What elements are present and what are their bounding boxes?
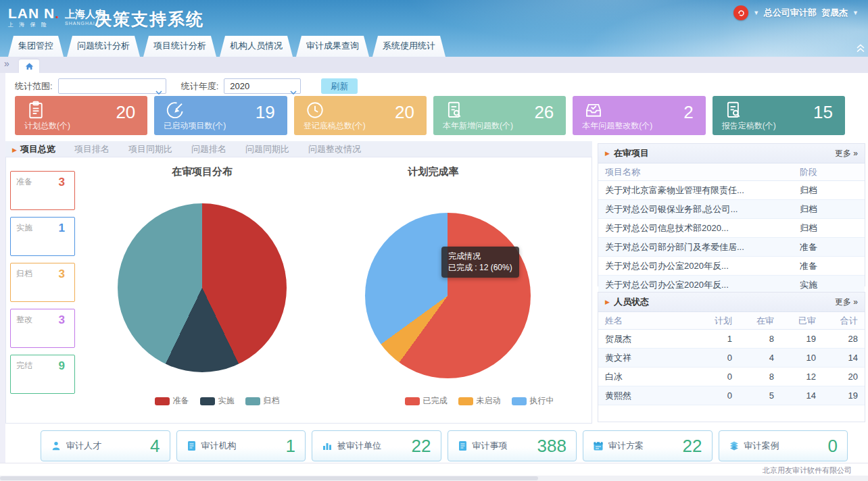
col-header-plan: 计划 — [697, 315, 739, 327]
stage-label: 完结 — [16, 360, 32, 372]
project-row[interactable]: 关于对总公司银保业务部,总公司... 归档 — [598, 200, 865, 219]
footer: 北京用友审计软件有限公司 — [0, 463, 868, 475]
top-header: LAN N. 上 海 保 险 上海人寿 SHANGHAI LIFE 决策支持系统… — [0, 0, 868, 57]
stat-card-value: 20 — [116, 102, 135, 123]
summary-card-audit-cases[interactable]: 审计案例 0 — [719, 430, 848, 461]
subtab-issue-yoy[interactable]: 问题同期比 — [245, 143, 289, 155]
nav-tab-project-stats[interactable]: 项目统计分析 — [143, 36, 216, 57]
stat-card-plan-total[interactable]: 20 计划总数(个) — [15, 96, 147, 135]
col-header-reviewed: 已审 — [781, 315, 823, 327]
personnel-row[interactable]: 黄文祥 0 4 10 14 — [598, 349, 865, 368]
col-header-name: 姓名 — [598, 315, 697, 327]
stat-card-value: 20 — [395, 102, 414, 123]
main-content: 统计范围: 统计年度: 2020 刷新 — [0, 73, 868, 463]
nav-tab-org-personnel[interactable]: 机构人员情况 — [220, 36, 293, 57]
stage-badge: 实施 — [800, 279, 865, 291]
nav-tab-group-control[interactable]: 集团管控 — [8, 36, 64, 57]
summary-card-audit-matters[interactable]: 审计事项 388 — [448, 430, 577, 461]
summary-card-audited-units[interactable]: 被审计单位 22 — [312, 430, 441, 461]
stage-badge: 准备 — [800, 260, 865, 272]
summary-card-value: 4 — [150, 436, 160, 457]
avatar-caret-icon[interactable]: ▼ — [753, 9, 759, 16]
scrollbar-thumb[interactable] — [0, 476, 538, 480]
expand-tabs-icon[interactable]: » — [4, 58, 9, 69]
personnel-table-header: 姓名 计划 在审 已审 合计 — [598, 312, 865, 330]
refresh-button[interactable]: 刷新 — [321, 78, 358, 94]
col-header-in-review: 在审 — [739, 315, 781, 327]
legend-item-archive[interactable]: 归档 — [245, 395, 280, 407]
stat-card-final-reports[interactable]: 15 报告定稿数(个) — [713, 96, 845, 135]
subtab-project-ranking[interactable]: 项目排名 — [74, 143, 110, 155]
project-row[interactable]: 关于对总公司部分部门及孝爱佳居... 准备 — [598, 238, 865, 257]
scope-select[interactable] — [58, 78, 166, 94]
personnel-row[interactable]: 黄熙然 0 5 14 19 — [598, 386, 865, 405]
nav-tab-audit-results[interactable]: 审计成果查询 — [296, 36, 369, 57]
subtab-project-overview[interactable]: ▶项目总览 — [12, 143, 55, 155]
stat-card-label: 报告定稿数(个) — [722, 120, 776, 132]
nav-tab-issue-stats[interactable]: 问题统计分析 — [67, 36, 140, 57]
projects-more-link[interactable]: 更多 » — [835, 148, 858, 159]
summary-card-audit-org[interactable]: 审计机构 1 — [176, 430, 306, 461]
subtab-issue-rectification[interactable]: 问题整改情况 — [308, 143, 361, 155]
legend-item-prepare[interactable]: 准备 — [155, 395, 189, 407]
summary-card-audit-talent[interactable]: 审计人才 4 — [41, 430, 170, 461]
legend-item-completed[interactable]: 已完成 — [405, 395, 448, 407]
horizontal-scrollbar — [0, 476, 868, 481]
summary-card-value: 388 — [537, 436, 566, 457]
legend-swatch — [512, 397, 527, 405]
home-tab[interactable] — [19, 59, 39, 73]
summary-card-label: 被审计单位 — [337, 440, 381, 452]
col-header-project-name: 项目名称 — [598, 166, 800, 178]
year-select[interactable]: 2020 — [224, 78, 301, 94]
legend-item-not-started[interactable]: 未启动 — [458, 395, 501, 407]
stat-card-value: 15 — [813, 102, 833, 123]
refresh-icon — [737, 9, 746, 18]
filter-bar: 统计范围: 统计年度: 2020 刷新 — [15, 78, 358, 94]
legend-item-in-progress[interactable]: 执行中 — [512, 395, 554, 407]
personnel-row[interactable]: 贺晟杰 1 8 19 28 — [598, 330, 865, 349]
stage-badge: 准备 — [800, 241, 865, 253]
summary-card-audit-plans[interactable]: 审计方案 22 — [583, 430, 713, 461]
left-gutter — [0, 73, 5, 463]
col-header-total: 合计 — [823, 315, 865, 327]
pie-plan-completion[interactable] — [365, 213, 531, 378]
summary-card-label: 审计方案 — [608, 440, 644, 452]
stage-badge: 归档 — [800, 184, 865, 197]
project-row[interactable]: 关于对北京富豪物业管理有限责任... 归档 — [598, 181, 865, 200]
collapse-header-button[interactable] — [856, 44, 865, 53]
stage-badge: 归档 — [800, 222, 865, 234]
personnel-row[interactable]: 白冰 0 8 12 20 — [598, 368, 865, 386]
subtab-project-yoy[interactable]: 项目同期比 — [128, 143, 172, 155]
nav-tab-system-usage[interactable]: 系统使用统计 — [372, 36, 445, 57]
file-icon — [187, 440, 197, 451]
legend-item-implement[interactable]: 实施 — [200, 395, 235, 407]
stage-box-archive[interactable]: 归档 3 — [10, 263, 75, 302]
refresh-avatar-icon[interactable] — [733, 5, 748, 20]
stage-box-implement[interactable]: 实施 1 — [10, 217, 75, 256]
clock-icon — [305, 100, 325, 123]
summary-card-value: 1 — [286, 436, 295, 457]
stat-card-new-issues[interactable]: 26 本年新增问题数(个) — [433, 96, 566, 135]
pie-project-distribution[interactable] — [118, 203, 287, 372]
subtab-issue-ranking[interactable]: 问题排名 — [191, 143, 226, 155]
project-row[interactable]: 关于对总公司办公室2020年反... 准备 — [598, 257, 865, 276]
summary-card-value: 0 — [828, 436, 838, 457]
stat-card-registered-drafts[interactable]: 20 登记底稿总数(个) — [294, 96, 427, 135]
footer-company: 北京用友审计软件有限公司 — [763, 465, 852, 476]
stat-card-started-projects[interactable]: 19 已启动项目数(个) — [154, 96, 287, 135]
stage-box-complete[interactable]: 完结 9 — [10, 355, 75, 394]
logo-mark: LAN N. — [8, 6, 59, 21]
user-name[interactable]: 贺晟杰 — [821, 7, 848, 19]
stage-label: 整改 — [16, 314, 32, 326]
user-department[interactable]: 总公司审计部 — [764, 7, 817, 19]
stage-box-prepare[interactable]: 准备 3 — [10, 171, 75, 210]
stage-box-rectify[interactable]: 整改 3 — [10, 309, 75, 348]
project-row[interactable]: 关于对总公司信息技术部2020... 归档 — [598, 219, 865, 238]
personnel-more-link[interactable]: 更多 » — [835, 297, 858, 308]
person-icon — [51, 440, 62, 451]
stat-card-rectified-issues[interactable]: 2 本年问题整改数(个) — [573, 96, 705, 135]
chart-tooltip: 完成情况 已完成 : 12 (60%) — [441, 247, 519, 278]
user-caret-icon[interactable]: ▼ — [852, 9, 859, 16]
charts-panel: 准备 3 实施 1 归档 3 整改 3 完结 9 — [5, 157, 592, 424]
main-nav: 集团管控 问题统计分析 项目统计分析 机构人员情况 审计成果查询 系统使用统计 — [8, 36, 445, 57]
